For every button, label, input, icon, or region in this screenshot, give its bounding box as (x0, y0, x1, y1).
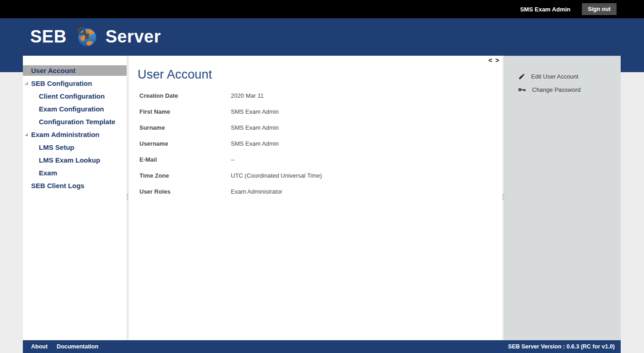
triangle-expand-icon (25, 82, 28, 85)
sidebar-item-client-configuration[interactable]: Client Configuration (23, 91, 127, 101)
topbar: SMS Exam Admin Sign out (0, 0, 644, 18)
globe-lock-icon (76, 26, 98, 47)
field-label: Time Zone (139, 172, 231, 179)
sidebar-item-label: SEB Client Logs (31, 182, 85, 190)
field-label: E-Mail (139, 156, 231, 163)
field-value: -- (231, 156, 235, 163)
sidebar-item-label: LMS Exam Lookup (39, 156, 100, 164)
sign-out-button[interactable]: Sign out (582, 3, 617, 15)
sidebar-item-lms-setup[interactable]: LMS Setup (23, 142, 127, 153)
sidebar-item-label: User Account (31, 67, 75, 74)
version-label: SEB Server Version : 0.6.3 (RC for v1.0) (508, 343, 615, 350)
sidebar-item-user-account[interactable]: User Account (23, 65, 127, 76)
form-row-email: E-Mail -- (128, 156, 502, 172)
splitter-right[interactable] (502, 56, 504, 340)
page-title: User Account (138, 68, 502, 82)
form-row-username: Username SMS Exam Admin (128, 140, 502, 156)
form-row-creation-date: Creation Date 2020 Mar 11 (128, 92, 502, 108)
action-panel: Edit User Account Change Password (504, 56, 621, 340)
action-label: Edit User Account (531, 73, 578, 80)
change-password-button[interactable]: Change Password (504, 83, 621, 96)
sidebar-item-lms-exam-lookup[interactable]: LMS Exam Lookup (23, 155, 127, 165)
sidebar-item-label: Exam (39, 169, 57, 177)
sidebar-item-label: LMS Setup (39, 143, 75, 151)
field-value: 2020 Mar 11 (231, 92, 264, 99)
brand-server-text: Server (106, 27, 161, 47)
field-label: First Name (139, 108, 231, 115)
pencil-icon (518, 73, 525, 80)
sidebar-item-label: Exam Configuration (39, 105, 104, 113)
content-area: User Account SEB Configuration Client Co… (23, 56, 621, 340)
footer: About Documentation SEB Server Version :… (23, 340, 621, 353)
nav-forward-icon[interactable]: > (495, 57, 499, 63)
splitter-grip[interactable] (502, 194, 504, 200)
key-icon (518, 87, 526, 93)
form-row-user-roles: User Roles Exam Administrator (128, 188, 502, 204)
nav-back-icon[interactable]: < (489, 57, 492, 63)
form-row-first-name: First Name SMS Exam Admin (128, 108, 502, 124)
sidebar-item-label: Client Configuration (39, 92, 105, 100)
sidebar-item-configuration-template[interactable]: Configuration Template (23, 116, 127, 127)
form-row-surname: Surname SMS Exam Admin (128, 124, 502, 140)
sidebar-item-exam[interactable]: Exam (23, 168, 127, 178)
sidebar-item-seb-configuration[interactable]: SEB Configuration (23, 78, 127, 89)
user-account-form: Creation Date 2020 Mar 11 First Name SMS… (128, 92, 502, 204)
sidebar-item-exam-configuration[interactable]: Exam Configuration (23, 104, 127, 114)
brand-seb-text: SEB (30, 27, 67, 47)
pager: < > (489, 57, 499, 63)
field-label: Surname (139, 124, 231, 131)
sidebar-item-label: Configuration Template (39, 118, 115, 126)
field-label: Creation Date (139, 92, 231, 99)
sidebar-nav: User Account SEB Configuration Client Co… (23, 56, 127, 340)
sidebar-item-label: SEB Configuration (31, 79, 92, 87)
sidebar-item-seb-client-logs[interactable]: SEB Client Logs (23, 180, 127, 191)
field-value: SMS Exam Admin (231, 124, 279, 131)
action-label: Change Password (532, 86, 580, 93)
sidebar-item-label: Exam Administration (31, 131, 99, 138)
sidebar-item-exam-administration[interactable]: Exam Administration (23, 129, 127, 140)
field-value: SMS Exam Admin (231, 108, 279, 115)
footer-link-documentation[interactable]: Documentation (57, 343, 98, 350)
field-label: User Roles (139, 188, 231, 195)
field-label: Username (139, 140, 231, 147)
triangle-expand-icon (25, 133, 28, 136)
form-row-time-zone: Time Zone UTC (Coordinated Universal Tim… (128, 172, 502, 188)
brand-logo: SEB Server (30, 25, 161, 48)
footer-link-about[interactable]: About (31, 343, 48, 350)
main-panel: < > User Account Creation Date 2020 Mar … (128, 56, 502, 340)
field-value: Exam Administrator (231, 188, 282, 195)
field-value: UTC (Coordinated Universal Time) (231, 172, 322, 179)
current-user-label: SMS Exam Admin (520, 6, 570, 13)
field-value: SMS Exam Admin (231, 140, 279, 147)
edit-user-account-button[interactable]: Edit User Account (504, 70, 621, 83)
